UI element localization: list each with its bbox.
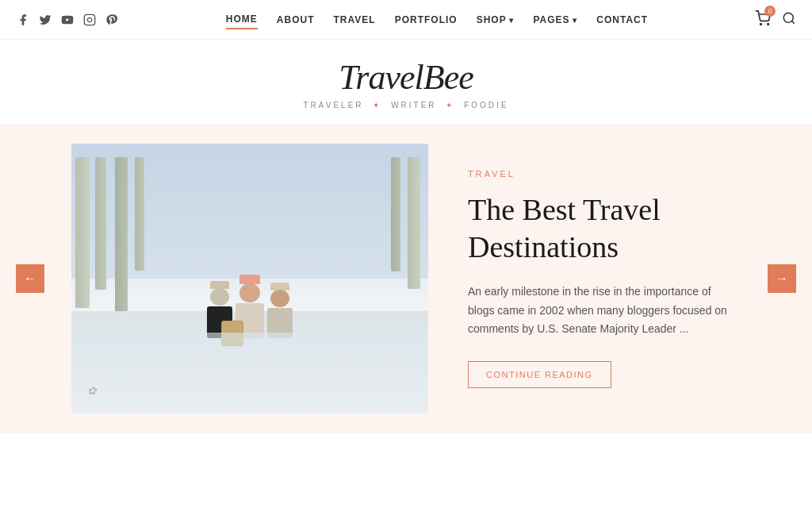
logo-section: TravelBee TRAVELER ✦ WRITER ✦ FOODIE [0, 40, 812, 124]
search-icon[interactable] [782, 11, 796, 29]
featured-slider: ← [0, 124, 812, 433]
slide-title: The Best Travel Destinations [468, 191, 733, 267]
slider-prev-button[interactable]: ← [16, 264, 44, 293]
nav-travel[interactable]: TRAVEL [334, 11, 376, 29]
slide-category: TRAVEL [468, 169, 733, 179]
nav-portfolio[interactable]: PORTFOLIO [395, 11, 458, 29]
svg-line-6 [791, 21, 794, 23]
svg-point-4 [768, 23, 769, 25]
nav-right-actions: 0 [755, 10, 796, 29]
nav-shop[interactable]: SHOP [477, 11, 515, 29]
svg-point-5 [783, 13, 793, 22]
nav-about[interactable]: ABOUT [277, 11, 315, 29]
nav-pages[interactable]: PAGES [533, 11, 577, 29]
logo-tagline: TRAVELER ✦ WRITER ✦ FOODIE [304, 101, 509, 110]
social-icons-group [16, 13, 119, 27]
youtube-icon[interactable] [60, 13, 75, 27]
photo-watermark: ✿ [87, 384, 97, 398]
slider-next-button[interactable]: → [768, 264, 796, 293]
continue-reading-button[interactable]: Continue Reading [468, 361, 611, 388]
cart-badge: 0 [764, 6, 776, 17]
cart-button[interactable]: 0 [755, 10, 771, 29]
facebook-icon[interactable] [16, 13, 30, 27]
slide-content: TRAVEL The Best Travel Destinations An e… [428, 145, 764, 412]
pinterest-icon[interactable] [105, 13, 119, 27]
slide-image: ✿ [71, 144, 428, 414]
nav-contact[interactable]: CONTACT [596, 11, 648, 29]
twitter-icon[interactable] [38, 13, 52, 27]
slide-excerpt: An early milestone in the rise in the im… [468, 283, 733, 339]
top-navigation: HOME ABOUT TRAVEL PORTFOLIO SHOP PAGES C… [0, 0, 812, 40]
site-logo-title[interactable]: TravelBee [339, 57, 473, 98]
instagram-icon[interactable] [82, 13, 97, 27]
main-navigation: HOME ABOUT TRAVEL PORTFOLIO SHOP PAGES C… [226, 10, 648, 29]
nav-home[interactable]: HOME [226, 10, 258, 29]
svg-point-3 [760, 23, 762, 25]
svg-rect-1 [84, 14, 94, 25]
